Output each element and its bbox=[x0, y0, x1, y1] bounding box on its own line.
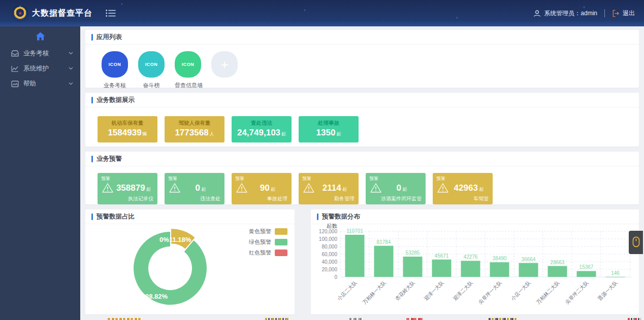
warning-value: 0 起 bbox=[382, 183, 422, 193]
svg-text:迎泽一大队: 迎泽一大队 bbox=[423, 279, 445, 302]
stat-unit: 起 bbox=[281, 131, 286, 136]
warning-triangle-icon bbox=[303, 183, 315, 193]
stat-card-violations: 查处违法 24,749,103起 bbox=[232, 116, 292, 143]
donut-label-red: 0% bbox=[159, 236, 169, 243]
warning-category-label: 勤务管理 bbox=[334, 195, 355, 202]
stat-card-drivers: 驾驶人保有量 1773568人 bbox=[165, 116, 224, 143]
stat-value: 1350 bbox=[316, 128, 336, 137]
svg-text:45671: 45671 bbox=[435, 253, 449, 259]
warning-cards-row: 预警358879 起执法记录仪预警0 起违法查处预警90 起事故处理预警2114… bbox=[85, 166, 639, 210]
warning-card: 预警42963 起车驾管 bbox=[433, 173, 493, 204]
donut-chart[interactable]: 0% 11.18% 88.82% bbox=[85, 223, 295, 314]
warning-category-label: 违法查处 bbox=[200, 195, 220, 202]
app-shortcut-inspection-wall[interactable]: ICON 督查信息墙 bbox=[175, 51, 201, 89]
svg-text:0: 0 bbox=[334, 274, 337, 280]
warning-value: 90 起 bbox=[248, 183, 287, 193]
stat-title: 查处违法 bbox=[232, 120, 292, 127]
cutoff-content-strip bbox=[349, 318, 363, 320]
badge-star-icon: ★ bbox=[18, 11, 22, 16]
chevron-down-icon bbox=[69, 52, 73, 55]
image-icon bbox=[11, 81, 19, 87]
svg-text:81784: 81784 bbox=[377, 239, 391, 245]
logout-button[interactable]: 退出 bbox=[612, 9, 635, 18]
scroll-mouse-button[interactable] bbox=[629, 231, 643, 254]
sidebar-item-help[interactable]: 帮助 bbox=[0, 76, 80, 91]
donut-label-green: 88.82% bbox=[145, 293, 168, 300]
add-app-button[interactable]: + bbox=[211, 51, 238, 78]
sidebar-item-label: 帮助 bbox=[23, 80, 36, 88]
warning-category-label: 事故处理 bbox=[267, 195, 287, 202]
warning-tag: 预警 bbox=[101, 175, 110, 182]
svg-text:晋源一大队: 晋源一大队 bbox=[597, 279, 619, 302]
user-label: 系统管理员：admin bbox=[544, 9, 597, 18]
sidebar-home-button[interactable] bbox=[0, 26, 80, 46]
warning-value: 358879 起 bbox=[114, 183, 153, 193]
menu-collapse-button[interactable] bbox=[106, 9, 116, 17]
app-icon[interactable]: ICON bbox=[175, 51, 201, 78]
warning-card: 预警0 起违法查处 bbox=[165, 173, 224, 204]
app-icon[interactable]: ICON bbox=[102, 51, 128, 78]
svg-text:146: 146 bbox=[611, 270, 620, 276]
svg-text:80,000: 80,000 bbox=[321, 244, 337, 250]
warning-unit: 起 bbox=[200, 187, 206, 192]
svg-text:尖草坪二大队: 尖草坪二大队 bbox=[564, 279, 590, 305]
chevron-down-icon bbox=[69, 67, 73, 70]
svg-text:36664: 36664 bbox=[522, 257, 536, 262]
app-list-panel: 应用列表 ICON 业务考核 ICON 奋斗榜 ICON 督查信息墙 + bbox=[85, 30, 639, 88]
section-accent-bar bbox=[91, 156, 93, 162]
warning-card: 预警2114 起勤务管理 bbox=[299, 173, 359, 204]
svg-text:万柏林一大队: 万柏林一大队 bbox=[362, 279, 388, 305]
svg-text:60,000: 60,000 bbox=[321, 252, 337, 257]
svg-text:20,000: 20,000 bbox=[321, 267, 337, 272]
warning-unit: 起 bbox=[145, 187, 151, 192]
donut-label-yellow: 11.18% bbox=[169, 236, 191, 243]
section-title-warning-distribution: 预警数据分布 bbox=[322, 212, 360, 221]
svg-text:100,000: 100,000 bbox=[319, 236, 338, 242]
cutoff-content-strip bbox=[108, 318, 142, 320]
current-user[interactable]: 系统管理员：admin bbox=[533, 9, 597, 18]
app-shortcut-business-review[interactable]: ICON 业务考核 bbox=[102, 51, 128, 89]
section-accent-bar bbox=[91, 214, 93, 220]
svg-text:迎泽二大队: 迎泽二大队 bbox=[452, 279, 474, 302]
svg-text:起数: 起数 bbox=[327, 223, 338, 229]
stat-unit: 人 bbox=[210, 131, 214, 136]
svg-text:110701: 110701 bbox=[346, 228, 363, 234]
svg-text:28663: 28663 bbox=[551, 260, 565, 265]
sidebar-item-business-review[interactable]: 业务考核 bbox=[0, 46, 80, 61]
app-label: 业务考核 bbox=[102, 82, 128, 89]
stat-card-accidents: 处理事故 1350起 bbox=[299, 116, 359, 143]
cutoff-content-strip bbox=[628, 318, 641, 320]
warning-triangle-icon bbox=[370, 183, 382, 193]
user-icon bbox=[533, 10, 541, 17]
app-add[interactable]: + bbox=[211, 51, 238, 89]
business-warning-panel: 业务预警 预警358879 起执法记录仪预警0 起违法查处预警90 起事故处理预… bbox=[85, 152, 639, 204]
warning-tag: 预警 bbox=[235, 175, 244, 182]
stat-unit: 起 bbox=[336, 131, 341, 136]
warning-card: 预警0 起涉酒案件闭环监管 bbox=[366, 173, 426, 204]
app-shortcut-effort-ranking[interactable]: ICON 奋斗榜 bbox=[138, 51, 165, 89]
app-icon[interactable]: ICON bbox=[138, 51, 165, 78]
section-accent-bar bbox=[91, 34, 93, 41]
svg-text:53285: 53285 bbox=[406, 250, 420, 256]
warning-value: 0 起 bbox=[181, 183, 220, 193]
warning-tag: 预警 bbox=[168, 175, 177, 182]
warning-card: 预警90 起事故处理 bbox=[232, 173, 292, 204]
stat-unit: 辆 bbox=[143, 131, 147, 136]
cutoff-content-strip bbox=[489, 318, 517, 320]
bar-chart[interactable]: 020,00040,00060,00080,000100,000120,000起… bbox=[311, 223, 639, 314]
svg-text:杏花岭大队: 杏花岭大队 bbox=[394, 279, 416, 302]
app-label: 奋斗榜 bbox=[138, 82, 165, 89]
sidebar: 业务考核 系统维护 帮助 bbox=[0, 26, 80, 320]
logout-icon bbox=[612, 10, 620, 17]
stat-title: 机动车保有量 bbox=[98, 120, 157, 127]
warning-unit: 起 bbox=[341, 187, 347, 192]
chevron-down-icon bbox=[69, 82, 73, 85]
section-title-business-warning: 业务预警 bbox=[96, 155, 122, 163]
sidebar-item-label: 系统维护 bbox=[23, 64, 49, 73]
stat-value: 24,749,103 bbox=[237, 128, 280, 137]
sidebar-item-system-maintenance[interactable]: 系统维护 bbox=[0, 61, 80, 76]
sidebar-item-label: 业务考核 bbox=[23, 49, 49, 58]
svg-text:万柏林二大队: 万柏林二大队 bbox=[535, 279, 561, 305]
svg-text:42276: 42276 bbox=[464, 254, 478, 260]
svg-text:15367: 15367 bbox=[579, 264, 594, 270]
